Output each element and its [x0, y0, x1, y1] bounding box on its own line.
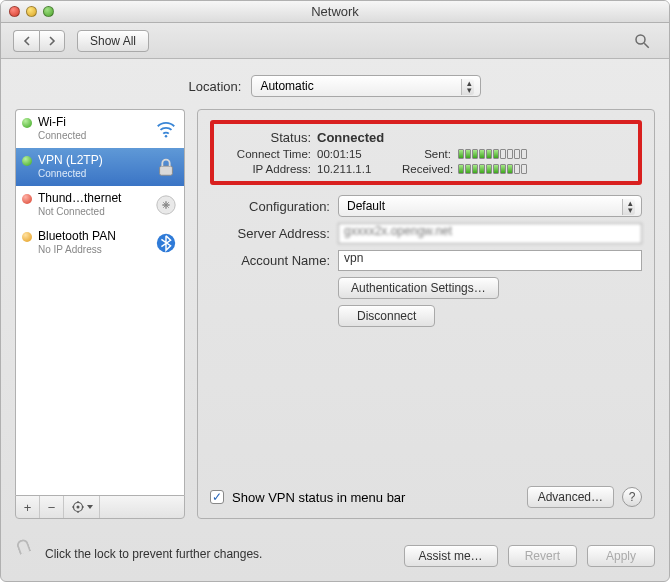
thunderbolt-icon [154, 193, 178, 217]
sidebar-item-label: Wi-Fi [38, 115, 148, 129]
remove-interface-button[interactable]: − [40, 496, 64, 518]
sidebar-item-thunderbolt[interactable]: Thund…thernet Not Connected [16, 186, 184, 224]
status-value: Connected [317, 130, 527, 145]
server-row: Server Address: gxxxx2x.opengw.net [210, 223, 642, 244]
svg-line-1 [644, 43, 649, 48]
configuration-select[interactable]: Default ▴▾ [338, 195, 642, 217]
sidebar-item-sub: Connected [38, 129, 148, 143]
show-all-button[interactable]: Show All [77, 30, 149, 52]
window-title: Network [1, 4, 669, 19]
wifi-icon [154, 117, 178, 141]
disconnect-button[interactable]: Disconnect [338, 305, 435, 327]
location-value: Automatic [260, 79, 313, 93]
account-label: Account Name: [210, 253, 330, 268]
lock-row: Click the lock to prevent further change… [15, 541, 262, 567]
detail-pane: Status: Connected Connect Time: 00:01:15… [197, 109, 655, 519]
server-label: Server Address: [210, 226, 330, 241]
svg-point-0 [636, 35, 645, 44]
location-row: Location: Automatic ▴▾ [15, 75, 655, 97]
svg-rect-3 [160, 166, 173, 175]
sidebar-item-label: Bluetooth PAN [38, 229, 148, 243]
status-dot-icon [22, 194, 32, 204]
received-label: Received: [402, 163, 457, 175]
auth-settings-button[interactable]: Authentication Settings… [338, 277, 499, 299]
sidebar-item-vpn[interactable]: VPN (L2TP) Connected [16, 148, 184, 186]
show-vpn-status-label: Show VPN status in menu bar [232, 490, 405, 505]
connect-time-label: Connect Time: [222, 148, 317, 160]
sidebar-item-sub: No IP Address [38, 243, 148, 257]
add-interface-button[interactable]: + [16, 496, 40, 518]
lock-unlocked-icon[interactable] [15, 541, 37, 567]
show-vpn-status-checkbox[interactable] [210, 490, 224, 504]
svg-point-7 [76, 506, 79, 509]
status-dot-icon [22, 156, 32, 166]
interface-action-menu[interactable] [64, 496, 100, 518]
lock-text: Click the lock to prevent further change… [45, 547, 262, 561]
network-prefs-window: Network Show All Location: Automatic ▴▾ [0, 0, 670, 582]
connect-time-value: 00:01:15 [317, 148, 402, 160]
configuration-label: Configuration: [210, 199, 330, 214]
sidebar-item-sub: Not Connected [38, 205, 148, 219]
sent-label: Sent: [402, 148, 457, 160]
account-name-input[interactable]: vpn [338, 250, 642, 271]
sidebar-item-wifi[interactable]: Wi-Fi Connected [16, 110, 184, 148]
columns: Wi-Fi Connected VPN (L2TP) Connected [15, 109, 655, 519]
status-dot-icon [22, 118, 32, 128]
bottom-buttons: Assist me… Revert Apply [404, 545, 655, 567]
account-row: Account Name: vpn [210, 250, 642, 271]
apply-button[interactable]: Apply [587, 545, 655, 567]
status-label: Status: [222, 130, 317, 145]
sidebar-item-bluetooth[interactable]: Bluetooth PAN No IP Address [16, 224, 184, 262]
lock-icon [154, 155, 178, 179]
help-button[interactable]: ? [622, 487, 642, 507]
location-label: Location: [189, 79, 242, 94]
titlebar: Network [1, 1, 669, 23]
ip-value: 10.211.1.1 [317, 163, 402, 175]
received-bars [457, 164, 527, 174]
location-select[interactable]: Automatic ▴▾ [251, 75, 481, 97]
svg-point-2 [165, 135, 168, 138]
interface-list: Wi-Fi Connected VPN (L2TP) Connected [15, 109, 185, 495]
sidebar-controls: + − [15, 495, 185, 519]
sidebar-item-label: Thund…thernet [38, 191, 148, 205]
ip-label: IP Address: [222, 163, 317, 175]
body: Location: Automatic ▴▾ Wi-Fi Connected [1, 59, 669, 581]
configuration-value: Default [347, 199, 385, 213]
configuration-row: Configuration: Default ▴▾ [210, 195, 642, 217]
sidebar-item-sub: Connected [38, 167, 148, 181]
bluetooth-icon [154, 231, 178, 255]
sidebar-item-label: VPN (L2TP) [38, 153, 148, 167]
status-dot-icon [22, 232, 32, 242]
status-highlight-box: Status: Connected Connect Time: 00:01:15… [210, 120, 642, 185]
pane-footer: Show VPN status in menu bar Advanced… ? [210, 486, 642, 508]
server-address-input[interactable]: gxxxx2x.opengw.net [338, 223, 642, 244]
toolbar: Show All [1, 23, 669, 59]
back-button[interactable] [13, 30, 39, 52]
sidebar: Wi-Fi Connected VPN (L2TP) Connected [15, 109, 185, 519]
sent-bars [457, 149, 527, 159]
assist-me-button[interactable]: Assist me… [404, 545, 498, 567]
search-icon[interactable] [633, 32, 651, 50]
advanced-button[interactable]: Advanced… [527, 486, 614, 508]
forward-button[interactable] [39, 30, 65, 52]
revert-button[interactable]: Revert [508, 545, 577, 567]
